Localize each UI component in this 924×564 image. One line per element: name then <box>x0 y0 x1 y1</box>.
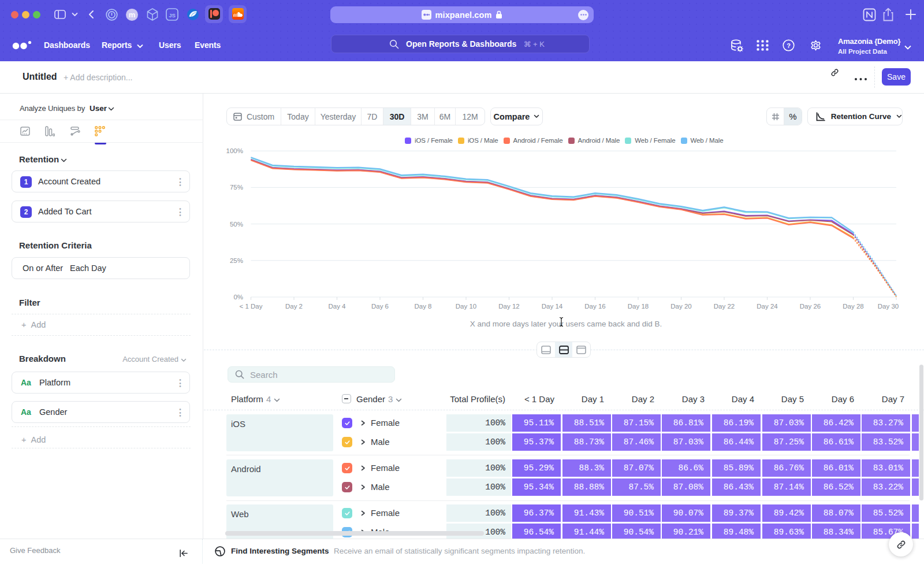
svg-text:Day 6: Day 6 <box>371 303 389 310</box>
svg-text:Day 14: Day 14 <box>542 303 563 310</box>
svg-text:Day 8: Day 8 <box>414 303 431 310</box>
svg-text:25%: 25% <box>230 257 243 264</box>
svg-text:Day 24: Day 24 <box>757 303 778 310</box>
svg-text:?: ? <box>787 42 791 49</box>
svg-text:Day 4: Day 4 <box>328 303 346 310</box>
svg-text:Day 20: Day 20 <box>670 303 691 310</box>
svg-text:Day 26: Day 26 <box>800 303 821 310</box>
svg-text:< 1 Day: < 1 Day <box>240 303 263 310</box>
svg-text:Day 30: Day 30 <box>878 303 899 310</box>
svg-text:Day 18: Day 18 <box>628 303 649 310</box>
svg-text:Day 28: Day 28 <box>843 303 863 310</box>
svg-text:50%: 50% <box>230 221 243 228</box>
svg-text:Day 2: Day 2 <box>285 303 303 310</box>
svg-text:100%: 100% <box>226 147 243 154</box>
svg-text:Day 12: Day 12 <box>498 303 519 310</box>
svg-text:Day 10: Day 10 <box>456 303 476 310</box>
svg-text:Day 22: Day 22 <box>714 303 735 310</box>
svg-text:0%: 0% <box>233 294 243 300</box>
svg-text:Day 16: Day 16 <box>584 303 605 310</box>
svg-text:JS: JS <box>169 12 176 18</box>
svg-text:75%: 75% <box>230 184 243 191</box>
